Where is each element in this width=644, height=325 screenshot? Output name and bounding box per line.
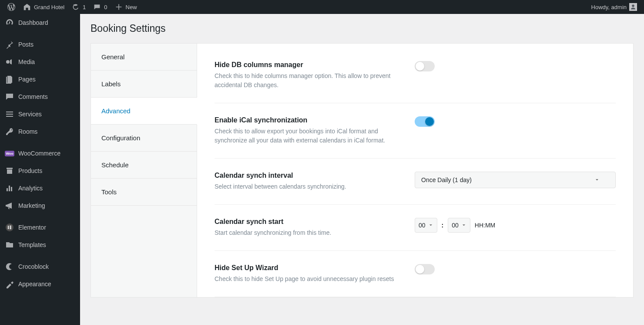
setting-desc: Check this to allow export your bookings…	[215, 127, 397, 145]
sidebar-item-posts[interactable]: Posts	[0, 36, 80, 53]
list-icon	[5, 110, 14, 118]
sidebar-item-marketing[interactable]: Marketing	[0, 197, 80, 214]
setting-label-block: Calendar synch start Start calendar sync…	[215, 218, 397, 237]
tab-schedule[interactable]: Schedule	[91, 152, 197, 179]
appearance-icon	[5, 280, 14, 288]
sidebar-item-label: Dashboard	[18, 19, 48, 26]
settings-tabs: General Labels Advanced Configuration Sc…	[91, 44, 197, 297]
sidebar-item-label: Elementor	[18, 224, 46, 231]
tab-tools[interactable]: Tools	[91, 179, 197, 206]
setting-label-block: Hide Set Up Wizard Check this to hide Se…	[215, 264, 397, 284]
wp-logo[interactable]	[3, 0, 19, 14]
setting-title: Calendar synch interval	[215, 172, 397, 179]
sidebar-item-label: WooCommerce	[18, 150, 60, 157]
tab-labels[interactable]: Labels	[91, 71, 197, 98]
sidebar-item-pages[interactable]: Pages	[0, 71, 80, 88]
sidebar-item-label: Rooms	[18, 128, 37, 135]
chevron-down-icon	[428, 223, 433, 228]
templates-icon	[5, 240, 14, 249]
plus-icon	[114, 3, 123, 11]
sidebar-item-label: Appearance	[18, 281, 51, 288]
user-menu[interactable]: Howdy, admin	[591, 3, 641, 11]
time-separator: :	[442, 222, 444, 229]
sidebar-item-templates[interactable]: Templates	[0, 236, 80, 254]
sidebar-item-label: Media	[18, 58, 35, 65]
wordpress-icon	[7, 3, 16, 11]
sidebar-item-comments[interactable]: Comments	[0, 88, 80, 105]
interval-value: Once Daily (1 day)	[421, 176, 472, 183]
sidebar-item-appearance[interactable]: Appearance	[0, 275, 80, 293]
tab-general[interactable]: General	[91, 44, 197, 71]
setting-title: Enable iCal synchronization	[215, 116, 397, 124]
sidebar-item-label: Products	[18, 167, 42, 174]
page-title: Booking Settings	[91, 23, 634, 34]
pages-icon	[5, 75, 14, 84]
updates-link[interactable]: 1	[68, 0, 89, 14]
ical-toggle[interactable]	[415, 116, 435, 127]
tab-advanced[interactable]: Advanced	[91, 98, 197, 125]
site-name: Grand Hotel	[34, 4, 64, 10]
svg-point-0	[6, 60, 10, 64]
sidebar-item-crocoblock[interactable]: Crocoblock	[0, 258, 80, 275]
setting-title: Calendar synch start	[215, 218, 397, 226]
admin-bar: Grand Hotel 1 0 New Howdy, admin	[0, 0, 644, 14]
minutes-select[interactable]: 00	[448, 218, 470, 233]
sidebar-item-rooms[interactable]: Rooms	[0, 123, 80, 140]
comments-link[interactable]: 0	[89, 0, 111, 14]
sidebar-item-label: Marketing	[18, 202, 45, 209]
main-content: Booking Settings General Labels Advanced…	[80, 14, 644, 325]
setting-desc: Select interval between calendars synchr…	[215, 182, 397, 191]
sidebar-item-elementor[interactable]: Elementor	[0, 219, 80, 236]
setting-desc: Check this to hide columns manager optio…	[215, 71, 397, 90]
setting-synch-start: Calendar synch start Start calendar sync…	[215, 205, 616, 251]
updates-icon	[71, 3, 80, 11]
sidebar-item-analytics[interactable]: Analytics	[0, 179, 80, 197]
sidebar-item-woocommerce[interactable]: Woo WooCommerce	[0, 145, 80, 162]
sidebar-item-products[interactable]: Products	[0, 162, 80, 179]
sidebar-item-media[interactable]: Media	[0, 53, 80, 71]
greeting: Howdy, admin	[591, 4, 627, 10]
pin-icon	[5, 40, 14, 49]
sidebar-item-label: Templates	[18, 241, 46, 248]
marketing-icon	[5, 201, 14, 210]
setting-hide-wizard: Hide Set Up Wizard Check this to hide Se…	[215, 251, 616, 297]
settings-panel: Hide DB columns manager Check this to hi…	[197, 44, 633, 297]
setting-title: Hide Set Up Wizard	[215, 264, 397, 272]
minutes-value: 00	[452, 222, 459, 229]
crocoblock-icon	[5, 262, 14, 271]
sidebar-item-services[interactable]: Services	[0, 105, 80, 123]
new-link[interactable]: New	[111, 0, 141, 14]
time-format-label: HH:MM	[475, 222, 495, 229]
site-name-link[interactable]: Grand Hotel	[19, 0, 68, 14]
setting-ical: Enable iCal synchronization Check this t…	[215, 103, 616, 159]
sidebar-item-label: Services	[18, 111, 42, 118]
setting-hide-db: Hide DB columns manager Check this to hi…	[215, 44, 616, 103]
comments-icon	[5, 92, 14, 101]
setting-control: 00 : 00 HH:MM	[415, 218, 616, 237]
setting-control	[415, 264, 616, 284]
hours-select[interactable]: 00	[415, 218, 437, 233]
comments-count: 0	[104, 4, 107, 10]
dashboard-icon	[5, 18, 14, 27]
time-row: 00 : 00 HH:MM	[415, 218, 495, 233]
sidebar-item-dashboard[interactable]: Dashboard	[0, 14, 80, 31]
setting-desc: Check this to hide Set Up page to avoid …	[215, 274, 397, 284]
settings-container: General Labels Advanced Configuration Sc…	[91, 43, 634, 298]
tab-configuration[interactable]: Configuration	[91, 125, 197, 152]
products-icon	[5, 166, 14, 175]
comment-icon	[93, 3, 101, 11]
setting-label-block: Enable iCal synchronization Check this t…	[215, 116, 397, 145]
setting-control	[415, 61, 616, 90]
sidebar-item-label: Analytics	[18, 185, 43, 192]
hours-value: 00	[419, 222, 426, 229]
woo-icon: Woo	[5, 149, 14, 158]
interval-select[interactable]: Once Daily (1 day)	[415, 172, 616, 188]
hide-wizard-toggle[interactable]	[415, 264, 435, 274]
key-icon	[5, 127, 14, 136]
setting-label-block: Calendar synch interval Select interval …	[215, 172, 397, 191]
updates-count: 1	[83, 4, 86, 10]
hide-db-toggle[interactable]	[415, 61, 435, 71]
chevron-down-icon	[461, 223, 466, 228]
analytics-icon	[5, 184, 14, 193]
setting-label-block: Hide DB columns manager Check this to hi…	[215, 61, 397, 90]
